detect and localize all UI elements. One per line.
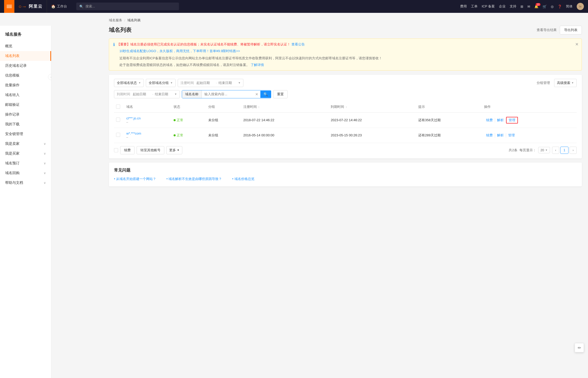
domain-group-select[interactable]: 全部域名分组 ▼ [146, 79, 176, 87]
group-mgmt-button[interactable]: 分组管理 [535, 80, 552, 86]
sidebar-item-domain-list[interactable]: 域名列表 [0, 51, 51, 61]
renew-link-1[interactable]: 续费 [484, 118, 495, 122]
sidebar-item-history[interactable]: 历史域名记录 [0, 61, 51, 71]
sidebar-item-op-record[interactable]: 操作记录 [0, 110, 51, 119]
nav-ticket[interactable]: 工单 [471, 4, 478, 9]
sidebar-title: 域名服务 [0, 30, 51, 41]
sidebar-item-batch[interactable]: 批量操作 [0, 80, 51, 90]
nav-location[interactable]: ◎ [551, 5, 554, 8]
search-submit-button[interactable]: 🔍 [260, 91, 271, 98]
reg-end-date[interactable] [219, 81, 236, 85]
domain-search-input[interactable] [202, 91, 253, 98]
expire-start-date[interactable] [133, 92, 151, 96]
footer-checkbox[interactable] [114, 148, 118, 152]
nav-lang[interactable]: 简体 [566, 4, 573, 9]
domain-group-label: 全部域名分组 [149, 81, 169, 85]
manage-link-1[interactable]: 管理 [506, 117, 518, 124]
user-avatar[interactable]: Ie [577, 3, 584, 10]
sidebar-item-downloads[interactable]: 我的下载 [0, 119, 51, 129]
per-page-select[interactable]: 20 ▼ [538, 147, 550, 153]
batch-renew-button[interactable]: 续费 [120, 146, 135, 154]
export-list-button[interactable]: 导出列表 [560, 26, 582, 34]
main-content: 域名服务 / 域名列表 域名列表 查看导出结果 导出列表 ✕ ℹ 【重要】域名注… [103, 13, 588, 378]
sidebar-group-help[interactable]: 帮助与文档 ∨ [0, 178, 51, 188]
caret-icon: ▼ [571, 81, 574, 84]
sort-expire-time-icon[interactable]: ↕ [346, 105, 347, 108]
sidebar-group-reservation[interactable]: 域名预订 ∨ [0, 158, 51, 168]
page-title: 域名列表 [109, 26, 131, 34]
nav-enterprise[interactable]: 企业 [499, 4, 506, 9]
transfer-account-button[interactable]: 转至其他账号 [137, 146, 164, 154]
nav-support[interactable]: 支持 [510, 4, 516, 9]
date-separator: - [152, 92, 153, 96]
sidebar-item-security-lock[interactable]: 安全锁管理 [0, 129, 51, 139]
advanced-search-button[interactable]: 高级搜索 ▼ [554, 79, 577, 87]
alert-promo[interactable]: 10秒生成域名配套LOGO，永久版权，商用无忧，下单即用！首单¥9.9限时特惠>… [113, 49, 577, 53]
row-checkbox-2[interactable] [116, 133, 120, 137]
logo[interactable]: ○→ 阿里云 [14, 4, 47, 10]
reset-button[interactable]: 重置 [273, 90, 288, 98]
faq-link-3[interactable]: • 域名价格总览 [232, 177, 254, 181]
nav-icp[interactable]: ICP 备案 [482, 4, 495, 9]
resolve-link-1[interactable]: 解析 [495, 118, 506, 122]
nav-cart[interactable]: 🛒 [543, 5, 547, 8]
nav-fees[interactable]: 费用 [460, 4, 467, 9]
next-page-button[interactable]: › [570, 147, 577, 154]
faq-link-1[interactable]: • 从域名开始搭建一个网站？ [114, 177, 156, 181]
domain-link-2[interactable]: w*.***com [126, 131, 169, 135]
reg-time-filter: 注册时间 - ▼ [178, 79, 243, 87]
manage-link-2[interactable]: 管理 [506, 133, 517, 138]
row-checkbox-1[interactable] [116, 118, 120, 122]
caret-icon[interactable]: ▼ [238, 81, 241, 84]
alert-important-content: 【重要】域名注册必须使用已完成实名认证的信息模板；未实名认证域名不能续费、将被暂… [117, 42, 290, 46]
domain-sub-2: – [126, 136, 128, 139]
status-badge-1: 正常 [174, 118, 183, 122]
renew-link-2[interactable]: 续费 [484, 133, 495, 138]
domain-cell-1: cl***.jo.cn – [124, 112, 172, 128]
faq-link-2[interactable]: • 域名解析不生效是由哪些原因导致？ [166, 177, 222, 181]
col-hint: 提示 [416, 101, 482, 113]
workbench-link[interactable]: 🏠 工作台 [47, 0, 71, 13]
nav-bell[interactable]: 🔔10 [534, 5, 538, 8]
sidebar-group-buyback[interactable]: 域名回购 ∨ [0, 168, 51, 178]
more-button[interactable]: 更多 ▼ [166, 146, 182, 154]
action-cell-1: 续费 解析 管理 [482, 112, 577, 128]
hint-cell-1: 还有358天过期 [416, 112, 482, 128]
expire-time-filter: 到期时间 - ▼ [114, 90, 180, 98]
domain-search-box: 域名名称 ✕ 🔍 [182, 90, 271, 98]
hamburger-menu[interactable] [4, 0, 14, 13]
chevron-down-icon: ∨ [44, 181, 46, 185]
search-clear-button[interactable]: ✕ [253, 91, 260, 98]
resolve-link-2[interactable]: 解析 [495, 133, 506, 138]
sidebar-group-reservation-label: 域名预订 [5, 161, 20, 166]
alert-close-button[interactable]: ✕ [575, 42, 578, 47]
breadcrumb-domain-service[interactable]: 域名服务 [109, 18, 122, 23]
export-result-link[interactable]: 查看导出结果 [537, 28, 557, 32]
nav-help[interactable]: ❓ [558, 5, 562, 8]
prev-page-button[interactable]: ‹ [552, 147, 559, 154]
sidebar-item-overview[interactable]: 概览 [0, 41, 51, 51]
app-layout: 域名服务 概览 域名列表 历史域名记录 信息模板 批量操作 域名转入 邮箱验证 … [0, 13, 588, 378]
caret-icon[interactable]: ▼ [174, 93, 177, 96]
table-row: cl***.jo.cn – 正常 未分组 2018-07-22 14:46:22… [114, 112, 577, 128]
search-box[interactable]: 🔍 搜索... [76, 3, 179, 10]
sidebar-item-transfer-in[interactable]: 域名转入 [0, 90, 51, 100]
col-status: 状态 [172, 101, 206, 113]
select-all-checkbox[interactable] [116, 105, 120, 109]
sidebar-group-buyer[interactable]: 我是买家 ∨ [0, 149, 51, 158]
alert-important-link[interactable]: 查看公告 [291, 42, 305, 46]
domain-status-select[interactable]: 全部域名状态 ▼ [114, 79, 144, 87]
sort-reg-time-icon[interactable]: ↕ [258, 105, 260, 108]
sidebar-item-email-verify[interactable]: 邮箱验证 [0, 100, 51, 110]
alert-warning-link[interactable]: 了解详情 [251, 63, 264, 67]
caret-icon: ▼ [177, 149, 179, 152]
float-edit-button[interactable]: ✏ [575, 343, 584, 352]
expire-end-date[interactable] [155, 92, 173, 96]
sidebar-item-info-template[interactable]: 信息模板 [0, 71, 51, 80]
domain-link-1[interactable]: cl***.jo.cn [126, 116, 169, 120]
nav-mail[interactable]: ✉ [527, 5, 530, 8]
nav-apps[interactable]: ⊞ [520, 5, 523, 8]
status-cell-2: 正常 [172, 128, 206, 143]
reg-start-date[interactable] [196, 81, 214, 85]
sidebar-group-seller[interactable]: 我是卖家 ∨ [0, 139, 51, 149]
